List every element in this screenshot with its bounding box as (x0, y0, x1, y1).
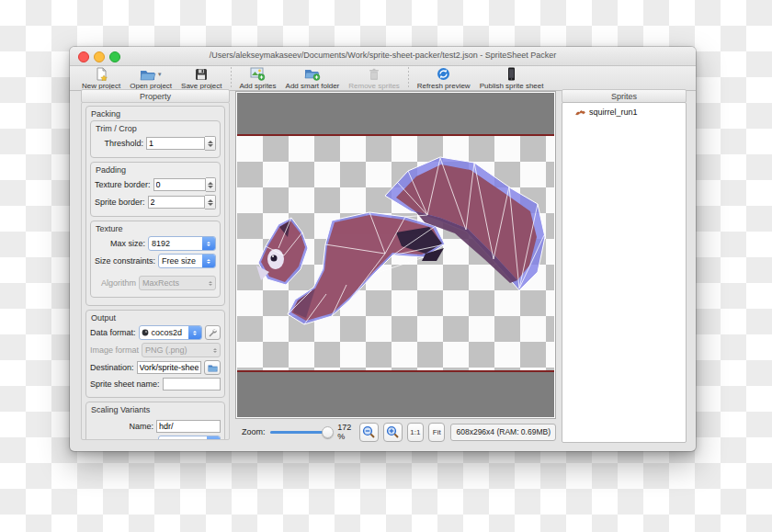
property-panel-header: Property (81, 89, 230, 103)
zoom-in-icon (386, 425, 400, 439)
combo-arrows-icon[interactable] (202, 237, 215, 250)
toolbar: New project ▼ Open project Save project (70, 66, 696, 91)
threshold-stepper[interactable] (205, 136, 216, 151)
combo-arrows-icon[interactable] (188, 326, 201, 339)
publish-sprite-sheet-icon (507, 67, 516, 81)
sprites-panel-header: Sprites (562, 89, 687, 103)
app-window: /Users/alekseymakaseev/Documents/Work/sp… (70, 47, 696, 451)
spinner-down-icon[interactable] (208, 186, 213, 188)
add-sprites-icon (250, 67, 266, 81)
texture-border-input[interactable] (153, 178, 207, 191)
sprite-border-label: Sprite border: (95, 198, 145, 207)
canvas-bottom-margin (237, 372, 554, 417)
data-format-label: Data format: (90, 328, 136, 337)
new-project-button[interactable]: New project (82, 67, 120, 90)
publish-sprite-sheet-button[interactable]: Publish sprite sheet (480, 67, 544, 90)
data-format-value: cocos2d (149, 328, 188, 337)
spinner-down-icon[interactable] (208, 203, 213, 206)
sprites-panel: Sprites squirrel_run1 (562, 89, 687, 443)
variant-scale-label: Scale: (90, 438, 155, 440)
texture-group-title: Texture (96, 224, 216, 233)
sprites-list[interactable]: squirrel_run1 (562, 102, 687, 443)
combo-arrows-icon[interactable] (202, 255, 215, 267)
zoom-slider[interactable] (270, 426, 334, 438)
zoom-percentage: 172 % (337, 423, 355, 441)
spinner-down-icon[interactable] (208, 144, 213, 147)
texture-group: Texture Max size: 8192 Size constraints: (90, 221, 221, 298)
texture-border-label: Texture border: (95, 180, 151, 189)
sprite-sheet-name-input[interactable] (163, 378, 221, 391)
folder-icon (208, 364, 218, 372)
fit-button[interactable]: Fit (428, 423, 445, 442)
destination-input[interactable] (137, 361, 201, 374)
threshold-label: Threshold: (95, 139, 143, 148)
packing-group: Packing Trim / Crop Threshold: Padding T… (85, 106, 225, 306)
cocos2d-icon (142, 329, 149, 336)
sprite-list-item[interactable]: squirrel_run1 (562, 106, 686, 119)
max-size-label: Max size: (95, 239, 145, 248)
canvas-top-margin (237, 93, 554, 134)
property-panel-body: Packing Trim / Crop Threshold: Padding T… (81, 102, 230, 440)
max-size-value: 8192 (149, 239, 202, 248)
destination-browse-button[interactable] (204, 360, 221, 375)
open-project-dropdown-icon[interactable]: ▼ (157, 72, 163, 77)
save-project-icon (195, 67, 208, 81)
output-group-title: Output (91, 313, 221, 323)
size-constraints-combobox[interactable]: Free size (158, 254, 216, 268)
zoom-slider-fill (270, 431, 324, 434)
zoom-in-button[interactable] (383, 423, 403, 442)
padding-group: Padding Texture border: Sprite border: (90, 162, 221, 217)
actual-size-button[interactable]: 1:1 (407, 423, 424, 442)
title-bar[interactable]: /Users/alekseymakaseev/Documents/Work/sp… (70, 47, 696, 66)
image-format-value: PNG (.png) (142, 345, 213, 355)
add-sprites-label: Add sprites (240, 82, 277, 90)
squirrel-sprite-mesh[interactable] (247, 145, 551, 338)
add-sprites-button[interactable]: Add sprites (240, 67, 277, 90)
image-format-combobox: PNG (.png) (142, 343, 221, 357)
variant-name-input[interactable] (156, 420, 221, 433)
variant-scale-combobox[interactable]: 1 (158, 436, 221, 440)
trim-crop-group: Trim / Crop Threshold: (90, 120, 221, 158)
sprite-border-input[interactable] (148, 196, 206, 209)
refresh-preview-icon (437, 67, 450, 81)
packing-group-title: Packing (91, 109, 221, 119)
toolbar-separator (408, 67, 409, 89)
spinner-up-icon[interactable] (208, 182, 213, 185)
publish-sprite-sheet-label: Publish sprite sheet (480, 82, 544, 90)
destination-label: Destination: (90, 363, 134, 372)
variant-name-label: Name: (90, 422, 153, 431)
scaling-variants-group-title: Scaling Variants (91, 405, 221, 414)
squirrel-thumbnail-icon (575, 108, 585, 116)
zoom-out-button[interactable] (359, 423, 379, 442)
spinner-up-icon[interactable] (208, 199, 213, 202)
remove-sprites-label: Remove sprites (348, 82, 400, 90)
refresh-preview-button[interactable]: Refresh preview (417, 67, 471, 90)
data-format-settings-button[interactable] (205, 325, 221, 340)
threshold-input[interactable] (146, 137, 205, 150)
size-constraints-label: Size constraints: (95, 256, 155, 266)
combo-arrows-icon[interactable] (207, 436, 220, 440)
padding-group-title: Padding (96, 165, 216, 175)
transparency-background: /Users/alekseymakaseev/Documents/Work/sp… (0, 0, 772, 532)
scaling-variants-group: Scaling Variants Name: Scale: 1 (85, 402, 225, 440)
property-panel: Property Packing Trim / Crop Threshold: … (81, 89, 230, 440)
sprite-sheet-name-label: Sprite sheet name: (90, 379, 160, 389)
new-project-icon (94, 67, 108, 81)
open-project-button[interactable]: ▼ Open project (130, 67, 172, 90)
sprite-item-label: squirrel_run1 (589, 108, 638, 117)
preview-canvas[interactable] (235, 91, 556, 419)
refresh-preview-label: Refresh preview (417, 82, 471, 90)
zoom-slider-handle[interactable] (322, 426, 334, 438)
remove-sprites-button[interactable]: Remove sprites (348, 67, 400, 90)
spinner-up-icon[interactable] (208, 141, 213, 143)
zoom-out-icon (362, 425, 376, 439)
texture-border-stepper[interactable] (206, 177, 216, 192)
save-project-button[interactable]: Save project (181, 67, 221, 90)
add-smart-folder-icon (304, 67, 321, 81)
trim-crop-group-title: Trim / Crop (96, 124, 216, 133)
max-size-combobox[interactable]: 8192 (148, 236, 216, 251)
add-smart-folder-label: Add smart folder (286, 82, 340, 90)
data-format-combobox[interactable]: cocos2d (139, 325, 202, 340)
sprite-border-stepper[interactable] (205, 195, 216, 209)
add-smart-folder-button[interactable]: Add smart folder (286, 67, 340, 90)
